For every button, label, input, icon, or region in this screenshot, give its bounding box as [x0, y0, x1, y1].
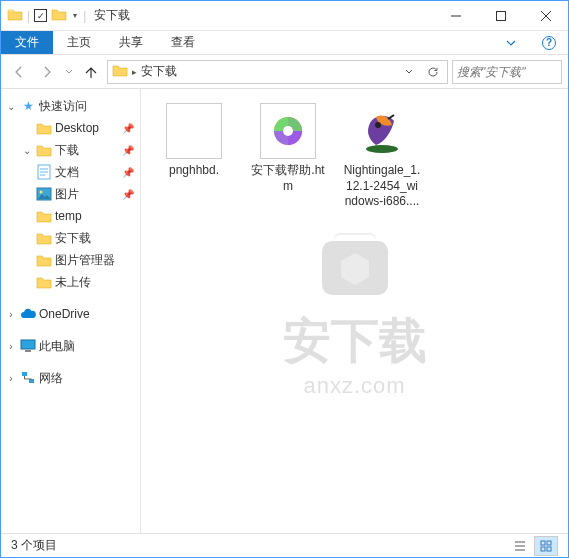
- svg-rect-11: [322, 241, 388, 295]
- app-file-icon: [354, 103, 410, 159]
- grid-icon: [540, 540, 552, 552]
- file-item[interactable]: 安下载帮助.htm: [245, 99, 331, 214]
- help-icon: ?: [542, 36, 556, 50]
- ribbon-tab-home[interactable]: 主页: [53, 31, 105, 54]
- pictures-icon: [35, 187, 53, 201]
- cloud-icon: [19, 308, 37, 320]
- svg-rect-7: [29, 379, 34, 383]
- nav-forward-button[interactable]: [35, 60, 59, 84]
- minimize-icon: [451, 11, 461, 21]
- ribbon-tab-view[interactable]: 查看: [157, 31, 209, 54]
- file-item[interactable]: pnghhbd.: [151, 99, 237, 214]
- svg-rect-4: [21, 340, 35, 349]
- chevron-down-icon: [404, 67, 414, 77]
- folder-icon: [51, 7, 67, 24]
- nav-back-button[interactable]: [7, 60, 31, 84]
- qat-properties-icon[interactable]: ✓: [34, 9, 47, 22]
- monitor-icon: [19, 339, 37, 353]
- maximize-button[interactable]: [478, 1, 523, 30]
- file-item[interactable]: Nightingale_1.12.1-2454_windows-i686....: [339, 99, 425, 214]
- titlebar: | ✓ ▾ | 安下载: [1, 1, 568, 31]
- statusbar: 3 个项目: [1, 533, 568, 557]
- chevron-down-icon: [505, 37, 517, 49]
- pin-icon: 📌: [122, 167, 134, 178]
- svg-rect-12: [541, 541, 545, 545]
- qat: | ✓ ▾ |: [1, 7, 86, 24]
- window-title: 安下载: [86, 7, 433, 24]
- sidebar-item-anxz[interactable]: 安下载: [1, 227, 140, 249]
- svg-rect-0: [496, 11, 505, 20]
- refresh-icon: [427, 66, 439, 78]
- svg-rect-15: [547, 547, 551, 551]
- sidebar-item-temp[interactable]: temp: [1, 205, 140, 227]
- list-icon: [514, 540, 526, 552]
- folder-icon: [7, 7, 23, 24]
- folder-icon: [112, 63, 128, 80]
- close-button[interactable]: [523, 1, 568, 30]
- ribbon-expand-button[interactable]: [492, 31, 530, 54]
- folder-icon: [35, 253, 53, 267]
- sidebar-item-pictures[interactable]: 图片 📌: [1, 183, 140, 205]
- arrow-right-icon: [39, 64, 55, 80]
- sidebar-network[interactable]: › 网络: [1, 367, 140, 389]
- ribbon-help-button[interactable]: ?: [530, 31, 568, 54]
- watermark: 安下载 anxz.com: [283, 223, 427, 399]
- chevron-down-icon[interactable]: ⌄: [5, 101, 17, 112]
- minimize-button[interactable]: [433, 1, 478, 30]
- status-count: 3 个项目: [11, 537, 57, 554]
- maximize-icon: [496, 11, 506, 21]
- qat-dropdown-icon[interactable]: ▾: [71, 11, 79, 20]
- folder-icon: [35, 121, 53, 135]
- watermark-icon: [310, 223, 400, 303]
- sidebar-item-documents[interactable]: 文档 📌: [1, 161, 140, 183]
- svg-point-3: [40, 191, 43, 194]
- nav-recent-button[interactable]: [63, 60, 75, 84]
- view-details-button[interactable]: [508, 536, 532, 556]
- sidebar: ⌄ ★ 快速访问 Desktop 📌 ⌄ 下载 📌 文档 📌 图片 📌: [1, 89, 141, 533]
- sidebar-item-desktop[interactable]: Desktop 📌: [1, 117, 140, 139]
- chevron-right-icon[interactable]: ›: [5, 309, 17, 320]
- chevron-down-icon: [65, 68, 73, 76]
- address-bar[interactable]: ▸ 安下载: [107, 60, 448, 84]
- ribbon: 文件 主页 共享 查看 ?: [1, 31, 568, 55]
- breadcrumb-sep-icon[interactable]: ▸: [132, 67, 137, 77]
- html-file-icon: [260, 103, 316, 159]
- document-icon: [35, 164, 53, 180]
- svg-point-8: [283, 126, 293, 136]
- arrow-left-icon: [11, 64, 27, 80]
- folder-icon: [35, 209, 53, 223]
- chevron-right-icon[interactable]: ›: [5, 373, 17, 384]
- arrow-up-icon: [83, 64, 99, 80]
- svg-rect-14: [541, 547, 545, 551]
- content: ⌄ ★ 快速访问 Desktop 📌 ⌄ 下载 📌 文档 📌 图片 📌: [1, 89, 568, 533]
- sidebar-this-pc[interactable]: › 此电脑: [1, 335, 140, 357]
- svg-point-9: [366, 145, 398, 153]
- breadcrumb[interactable]: 安下载: [141, 63, 395, 80]
- file-pane[interactable]: pnghhbd. 安下载帮助.htm: [141, 89, 568, 533]
- folder-icon: [35, 143, 53, 157]
- sidebar-item-unuploaded[interactable]: 未上传: [1, 271, 140, 293]
- svg-point-10: [375, 122, 381, 128]
- pin-icon: 📌: [122, 145, 134, 156]
- svg-rect-5: [25, 350, 31, 352]
- window-controls: [433, 1, 568, 30]
- chevron-right-icon[interactable]: ›: [5, 341, 17, 352]
- address-dropdown-button[interactable]: [399, 67, 419, 77]
- ribbon-tab-file[interactable]: 文件: [1, 31, 53, 54]
- sidebar-item-downloads[interactable]: ⌄ 下载 📌: [1, 139, 140, 161]
- sidebar-onedrive[interactable]: › OneDrive: [1, 303, 140, 325]
- chevron-down-icon[interactable]: ⌄: [21, 145, 33, 156]
- nav-up-button[interactable]: [79, 60, 103, 84]
- sidebar-item-picmgr[interactable]: 图片管理器: [1, 249, 140, 271]
- search-input[interactable]: [457, 65, 557, 79]
- view-icons-button[interactable]: [534, 536, 558, 556]
- search-box[interactable]: [452, 60, 562, 84]
- refresh-button[interactable]: [423, 66, 443, 78]
- star-icon: ★: [19, 99, 37, 113]
- svg-rect-13: [547, 541, 551, 545]
- blank-file-icon: [166, 103, 222, 159]
- network-icon: [19, 371, 37, 385]
- pin-icon: 📌: [122, 123, 134, 134]
- sidebar-quick-access[interactable]: ⌄ ★ 快速访问: [1, 95, 140, 117]
- ribbon-tab-share[interactable]: 共享: [105, 31, 157, 54]
